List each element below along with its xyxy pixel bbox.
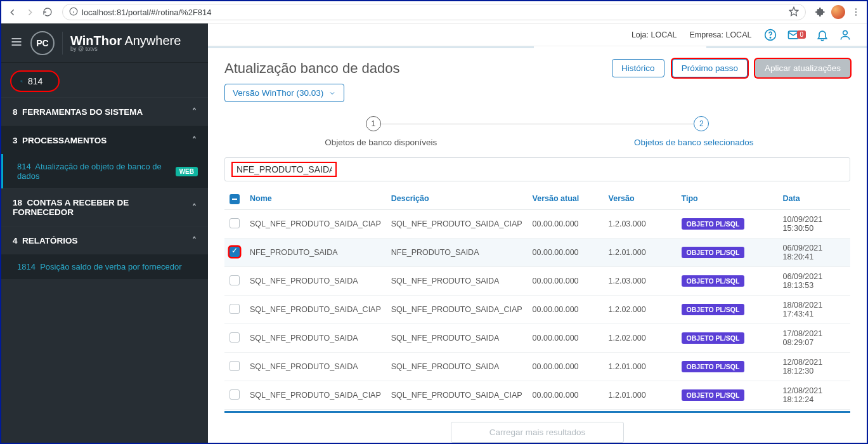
topbar-loja: Loja: LOCAL bbox=[632, 30, 677, 39]
topbar-empresa: Empresa: LOCAL bbox=[689, 30, 751, 39]
cell-nome: NFE_PRODUTO_SAIDA bbox=[245, 238, 386, 267]
search-icon bbox=[20, 77, 23, 86]
svg-point-10 bbox=[21, 81, 22, 82]
cell-data: 10/09/2021 15:30:50 bbox=[778, 210, 850, 238]
chevron-down-icon bbox=[328, 89, 336, 97]
cell-versao: 1.2.03.000 bbox=[604, 267, 677, 296]
extensions-icon[interactable] bbox=[813, 5, 827, 19]
search-input[interactable] bbox=[28, 76, 49, 86]
kebab-menu-icon[interactable] bbox=[849, 5, 863, 19]
reload-icon[interactable] bbox=[41, 5, 55, 19]
row-checkbox[interactable] bbox=[230, 218, 240, 228]
menu-toggle-icon[interactable] bbox=[10, 36, 23, 50]
col-nome[interactable]: Nome bbox=[245, 188, 386, 210]
load-more-button[interactable]: Carregar mais resultados bbox=[451, 422, 625, 443]
cell-descricao: SQL_NFE_PRODUTO_SAIDA_CIAP bbox=[386, 296, 528, 324]
table-row[interactable]: SQL_NFE_PRODUTO_SAIDASQL_NFE_PRODUTO_SAI… bbox=[224, 353, 850, 381]
nav-group-ferramentas[interactable]: 8 FERRAMENTAS DO SISTEMA ˄ bbox=[1, 97, 208, 126]
filter-box[interactable] bbox=[224, 157, 850, 181]
btn-historico[interactable]: Histórico bbox=[612, 59, 664, 77]
col-tipo[interactable]: Tipo bbox=[677, 188, 778, 210]
col-versao-atual[interactable]: Versão atual bbox=[528, 188, 604, 210]
topbar: Loja: LOCAL Empresa: LOCAL 0 bbox=[208, 23, 867, 46]
site-info-icon[interactable] bbox=[69, 7, 78, 18]
badge-web: WEB bbox=[176, 167, 198, 176]
version-dropdown[interactable]: Versão WinThor (30.03) bbox=[224, 84, 344, 102]
row-checkbox[interactable] bbox=[230, 275, 240, 285]
tipo-tag: OBJETO PL/SQL bbox=[682, 247, 745, 258]
tipo-tag: OBJETO PL/SQL bbox=[682, 389, 745, 401]
nav-item-814[interactable]: 814 Atualização de objeto de banco de da… bbox=[1, 154, 208, 188]
tipo-tag: OBJETO PL/SQL bbox=[682, 218, 745, 230]
step-1-circle[interactable]: 1 bbox=[366, 116, 381, 131]
back-icon[interactable] bbox=[5, 5, 19, 19]
cell-data: 12/08/2021 18:12:24 bbox=[778, 381, 850, 410]
nav-group-relatorios[interactable]: 4 RELATÓRIOS ˄ bbox=[1, 226, 208, 254]
cell-data: 12/08/2021 18:12:30 bbox=[778, 353, 850, 381]
svg-point-5 bbox=[855, 11, 857, 13]
chevron-up-icon: ˄ bbox=[192, 135, 197, 145]
row-checkbox[interactable] bbox=[230, 247, 240, 257]
row-checkbox[interactable] bbox=[230, 389, 240, 400]
cell-nome: SQL_NFE_PRODUTO_SAIDA bbox=[245, 353, 386, 381]
url-text: localhost:81/portal/#/rotina/%2F814 bbox=[82, 8, 212, 17]
btn-proximo-passo[interactable]: Próximo passo bbox=[672, 59, 748, 77]
cell-nome: SQL_NFE_PRODUTO_SAIDA bbox=[245, 324, 386, 353]
sidebar-search[interactable] bbox=[10, 70, 60, 92]
cell-versao: 1.2.03.000 bbox=[604, 210, 677, 238]
bell-icon[interactable] bbox=[816, 29, 829, 41]
bookmark-icon[interactable] bbox=[789, 6, 799, 18]
cell-versao: 1.2.01.000 bbox=[604, 381, 677, 410]
cell-descricao: SQL_NFE_PRODUTO_SAIDA bbox=[386, 267, 528, 296]
step-2-label: Objetos de banco selecionados bbox=[538, 138, 851, 147]
table-row[interactable]: SQL_NFE_PRODUTO_SAIDASQL_NFE_PRODUTO_SAI… bbox=[224, 267, 850, 296]
mail-badge: 0 bbox=[797, 30, 806, 39]
mail-icon[interactable]: 0 bbox=[787, 29, 806, 41]
cell-nome: SQL_NFE_PRODUTO_SAIDA bbox=[245, 267, 386, 296]
cell-versao-atual: 00.00.00.000 bbox=[528, 296, 604, 324]
help-icon[interactable] bbox=[764, 29, 777, 41]
browser-toolbar: localhost:81/portal/#/rotina/%2F814 bbox=[1, 1, 867, 23]
step-1-label: Objetos de banco disponíveis bbox=[224, 138, 538, 147]
row-checkbox[interactable] bbox=[230, 304, 240, 314]
nav-item-1814[interactable]: 1814 Posição saldo de verba por forneced… bbox=[1, 254, 208, 279]
svg-point-13 bbox=[770, 37, 771, 37]
cell-descricao: NFE_PRODUTO_SAIDA bbox=[386, 238, 528, 267]
table-row[interactable]: SQL_NFE_PRODUTO_SAIDA_CIAPSQL_NFE_PRODUT… bbox=[224, 296, 850, 324]
user-icon[interactable] bbox=[839, 29, 852, 41]
col-data[interactable]: Data bbox=[778, 188, 850, 210]
cell-descricao: SQL_NFE_PRODUTO_SAIDA bbox=[386, 353, 528, 381]
tipo-tag: OBJETO PL/SQL bbox=[682, 332, 745, 344]
cell-descricao: SQL_NFE_PRODUTO_SAIDA_CIAP bbox=[386, 210, 528, 238]
table-row[interactable]: SQL_NFE_PRODUTO_SAIDASQL_NFE_PRODUTO_SAI… bbox=[224, 324, 850, 353]
row-checkbox[interactable] bbox=[230, 332, 240, 343]
nav-group-contas[interactable]: 18 CONTAS A RECEBER DE FORNECEDOR ˄ bbox=[1, 188, 208, 226]
col-versao[interactable]: Versão bbox=[604, 188, 677, 210]
cell-data: 06/09/2021 18:13:53 bbox=[778, 267, 850, 296]
sidebar: PC WinThor Anywhere by @ totvs 8 FERRAME… bbox=[1, 23, 208, 443]
btn-aplicar[interactable]: Aplicar atualizações bbox=[755, 59, 850, 77]
cell-versao: 1.2.02.000 bbox=[604, 324, 677, 353]
cell-versao-atual: 00.00.00.000 bbox=[528, 267, 604, 296]
nav-group-processamentos[interactable]: 3 PROCESSAMENTOS ˄ bbox=[1, 126, 208, 154]
cell-versao: 1.2.02.000 bbox=[604, 296, 677, 324]
row-checkbox[interactable] bbox=[230, 361, 240, 371]
cell-versao-atual: 00.00.00.000 bbox=[528, 238, 604, 267]
cell-descricao: SQL_NFE_PRODUTO_SAIDA_CIAP bbox=[386, 381, 528, 410]
forward-icon[interactable] bbox=[23, 5, 37, 19]
chevron-up-icon: ˄ bbox=[192, 235, 197, 245]
cell-data: 18/08/2021 17:43:41 bbox=[778, 296, 850, 324]
col-descricao[interactable]: Descrição bbox=[386, 188, 528, 210]
step-2-circle[interactable]: 2 bbox=[694, 116, 709, 131]
table-row[interactable]: SQL_NFE_PRODUTO_SAIDA_CIAPSQL_NFE_PRODUT… bbox=[224, 381, 850, 410]
address-bar[interactable]: localhost:81/portal/#/rotina/%2F814 bbox=[62, 4, 806, 20]
tipo-tag: OBJETO PL/SQL bbox=[682, 275, 745, 287]
cell-nome: SQL_NFE_PRODUTO_SAIDA_CIAP bbox=[245, 210, 386, 238]
filter-input[interactable] bbox=[236, 164, 332, 174]
cell-versao-atual: 00.00.00.000 bbox=[528, 324, 604, 353]
cell-versao: 1.2.01.000 bbox=[604, 238, 677, 267]
profile-avatar[interactable] bbox=[831, 5, 845, 19]
table-row[interactable]: NFE_PRODUTO_SAIDANFE_PRODUTO_SAIDA00.00.… bbox=[224, 238, 850, 267]
table-row[interactable]: SQL_NFE_PRODUTO_SAIDA_CIAPSQL_NFE_PRODUT… bbox=[224, 210, 850, 238]
header-checkbox[interactable] bbox=[230, 194, 240, 204]
